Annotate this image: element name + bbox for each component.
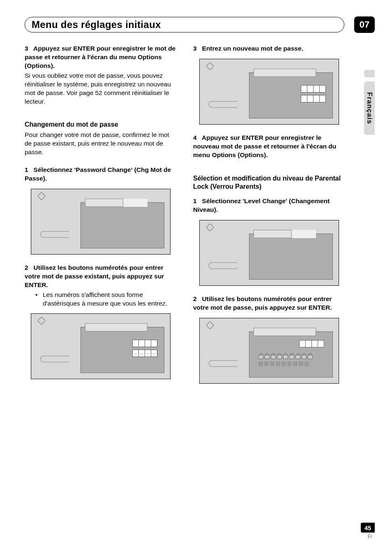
step-number: 2 xyxy=(25,264,28,271)
header-pill: Menu des réglages initiaux xyxy=(25,17,344,32)
language-tab: Français xyxy=(364,81,375,135)
step-instruction: 1 Sélectionnez 'Level Change' (Changemen… xyxy=(193,197,345,214)
body-paragraph: Si vous oubliez votre mot de passe, vous… xyxy=(25,72,177,106)
section-heading: Changement du mot de passe xyxy=(25,120,177,129)
step-number: 3 xyxy=(25,45,28,52)
chapter-number: 07 xyxy=(354,16,375,33)
password-field xyxy=(301,95,326,102)
diamond-icon xyxy=(206,223,214,232)
ui-screenshot: –––– xyxy=(31,313,171,379)
lock-icon xyxy=(258,353,263,359)
diamond-icon xyxy=(37,192,46,200)
lock-icon xyxy=(277,353,282,359)
step-instruction: 2 Utilisez les boutons numérotés pour en… xyxy=(193,295,345,312)
header-title: Menu des réglages initiaux xyxy=(32,19,161,30)
password-field xyxy=(133,340,157,347)
bullet-item: • Les numéros s'affichent sous forme d'a… xyxy=(25,291,177,308)
menu-header-bar xyxy=(85,199,148,207)
diamond-icon xyxy=(206,321,214,329)
left-column: 3 Appuyez sur ENTER pour enregistrer le … xyxy=(25,44,177,384)
lock-icon xyxy=(283,353,288,359)
tab-shape xyxy=(209,360,238,367)
menu-panel xyxy=(81,202,164,248)
step-text: Sélectionnez 'Password Change' (Chg Mot … xyxy=(25,166,171,182)
step-text: Entrez un nouveau mot de passe. xyxy=(202,45,303,52)
step-number: 1 xyxy=(193,197,197,204)
right-column: 3 Entrez un nouveau mot de passe. 4 Appu… xyxy=(193,44,345,384)
menu-panel xyxy=(249,234,333,280)
menu-tab xyxy=(291,230,316,238)
step-instruction: 4 Appuyez sur ENTER pour enregistrer le … xyxy=(193,134,345,160)
content-area: 3 Appuyez sur ENTER pour enregistrer le … xyxy=(25,44,345,384)
page-language-code: Fr xyxy=(361,534,375,540)
menu-header-bar xyxy=(85,323,148,331)
password-field-masked: –––– xyxy=(133,350,157,357)
section-heading: Sélection et modification du niveau de P… xyxy=(193,174,345,192)
diamond-icon xyxy=(37,317,46,325)
menu-panel: –––– xyxy=(81,327,164,373)
lock-icon xyxy=(271,353,276,359)
menu-header-bar xyxy=(254,328,316,336)
page-reference: page 52 xyxy=(79,89,102,96)
body-paragraph: Pour changer votre mot de passe, confirm… xyxy=(25,131,177,157)
side-tab-marker xyxy=(364,70,375,77)
step-text: Appuyez sur ENTER pour enregistrer le no… xyxy=(193,134,336,158)
step-instruction: 2 Utilisez les boutons numérotés pour en… xyxy=(25,264,177,290)
lock-icon xyxy=(302,353,307,359)
step-text: Utilisez les boutons numérotés pour entr… xyxy=(193,295,332,311)
step-text: Appuyez sur ENTER pour enregistrer le mo… xyxy=(25,45,175,69)
step-instruction: 3 Appuyez sur ENTER pour enregistrer le … xyxy=(25,44,177,70)
language-tab-label: Français xyxy=(365,92,374,124)
lock-icons-row xyxy=(258,353,313,359)
step-number: 4 xyxy=(193,134,197,141)
tab-shape xyxy=(40,356,69,362)
step-number: 2 xyxy=(193,295,197,302)
step-number: 1 xyxy=(25,166,28,173)
menu-panel xyxy=(249,72,333,118)
password-field xyxy=(301,85,326,93)
menu-header-bar xyxy=(254,230,316,238)
menu-tab xyxy=(123,199,148,207)
lock-icon xyxy=(308,353,313,359)
diamond-icon xyxy=(206,62,214,70)
password-field xyxy=(300,340,324,348)
ui-screenshot xyxy=(199,59,339,125)
tab-shape xyxy=(209,262,238,269)
bullet-text: Les numéros s'affichent sous forme d'ast… xyxy=(43,291,177,308)
page-number: 45 xyxy=(361,523,375,533)
tab-shape xyxy=(40,231,69,238)
page-footer: 45 Fr xyxy=(361,523,375,540)
menu-header-bar xyxy=(254,69,316,77)
level-squares-row xyxy=(258,361,309,366)
ui-screenshot xyxy=(199,220,339,286)
step-instruction: 3 Entrez un nouveau mot de passe. xyxy=(193,44,345,53)
step-text: Utilisez les boutons numérotés pour entr… xyxy=(25,264,164,288)
lock-icon xyxy=(265,353,270,359)
step-text: Sélectionnez 'Level Change' (Changement … xyxy=(193,197,330,213)
step-number: 3 xyxy=(193,45,197,52)
step-instruction: 1 Sélectionnez 'Password Change' (Chg Mo… xyxy=(25,166,177,183)
page-header: Menu des réglages initiaux 07 xyxy=(25,16,375,33)
menu-panel xyxy=(249,331,333,378)
ui-screenshot xyxy=(199,318,339,384)
bullet-icon: • xyxy=(35,291,39,308)
ui-screenshot xyxy=(31,189,171,255)
lock-icon xyxy=(289,353,294,359)
tab-shape xyxy=(209,101,238,108)
lock-icon xyxy=(295,353,300,359)
